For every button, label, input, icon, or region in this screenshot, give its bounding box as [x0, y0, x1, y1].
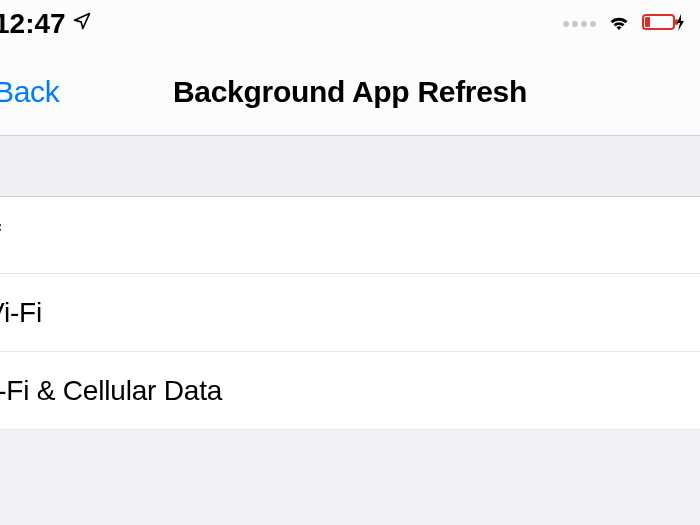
status-time: 12:47	[0, 8, 66, 40]
option-label: Vi-Fi	[0, 297, 42, 329]
battery-low-charging-icon	[642, 12, 684, 36]
status-left: 12:47	[0, 8, 92, 40]
svg-rect-1	[645, 17, 650, 27]
option-wifi[interactable]: Vi-Fi	[0, 274, 700, 352]
status-bar: 12:47	[0, 0, 700, 48]
signal-dots-icon	[563, 21, 596, 27]
section-spacer	[0, 136, 700, 196]
location-arrow-icon	[72, 6, 92, 38]
back-label: Back	[0, 75, 60, 109]
page-title: Background App Refresh	[0, 75, 700, 109]
option-label: 'i-Fi & Cellular Data	[0, 375, 222, 407]
status-right	[563, 12, 684, 36]
options-list: ff Vi-Fi 'i-Fi & Cellular Data	[0, 196, 700, 430]
wifi-icon	[606, 12, 632, 36]
option-off[interactable]: ff	[0, 196, 700, 274]
nav-bar: Back Background App Refresh	[0, 48, 700, 136]
back-button[interactable]: Back	[0, 75, 60, 109]
option-wifi-cellular[interactable]: 'i-Fi & Cellular Data	[0, 352, 700, 430]
option-label: ff	[0, 219, 1, 251]
